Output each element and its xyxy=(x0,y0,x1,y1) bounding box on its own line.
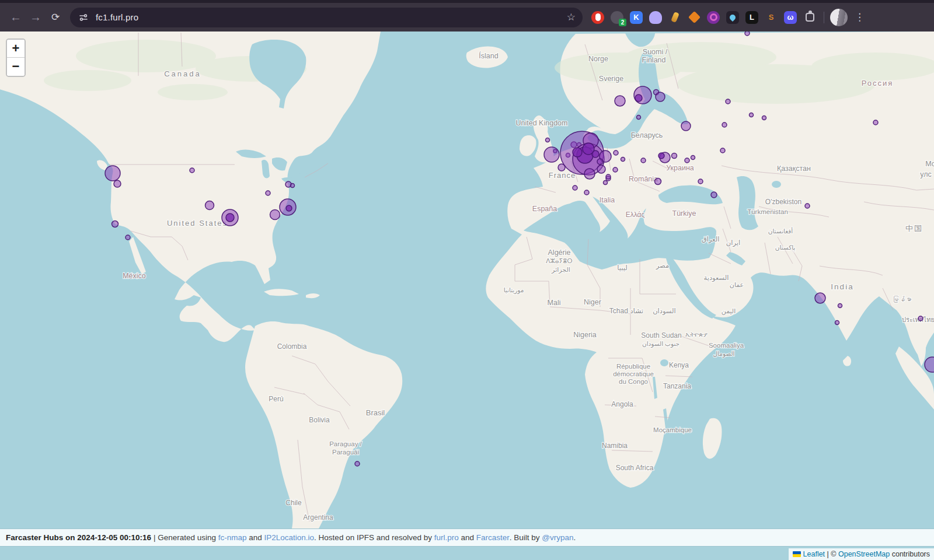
map-country-label: اليمن xyxy=(722,307,736,315)
hub-marker[interactable] xyxy=(544,147,559,162)
menu-kebab-icon[interactable]: ⋮ xyxy=(855,11,865,23)
metamask-fox-icon[interactable] xyxy=(687,10,701,24)
url-text[interactable]: fc1.furl.pro xyxy=(96,12,138,22)
leaflet-link[interactable]: Leaflet xyxy=(803,550,825,558)
hub-marker[interactable] xyxy=(205,201,214,210)
hub-marker[interactable] xyxy=(637,116,641,120)
hub-marker[interactable] xyxy=(126,235,130,240)
hub-marker[interactable] xyxy=(112,221,119,228)
address-bar[interactable]: fc1.furl.pro ☆ xyxy=(70,8,583,27)
hub-marker[interactable] xyxy=(114,180,121,187)
status-link-ip2location-io[interactable]: IP2Location.io xyxy=(264,533,315,542)
status-text: . xyxy=(574,533,576,542)
hub-marker[interactable] xyxy=(355,461,360,466)
map-country-label: Bolivia xyxy=(309,416,330,424)
map-country-label: Argentina xyxy=(303,513,333,522)
hub-marker[interactable] xyxy=(584,169,595,179)
forward-button[interactable]: → xyxy=(26,8,46,27)
map-country-label: Soomaaliya xyxy=(709,342,744,349)
hub-marker[interactable] xyxy=(641,158,646,163)
zoom-out-button[interactable]: − xyxy=(7,58,25,76)
hub-marker[interactable] xyxy=(656,92,665,102)
hub-marker[interactable] xyxy=(750,113,754,117)
map-country-label: ประเทศไทย xyxy=(902,316,934,323)
hub-marker[interactable] xyxy=(635,94,642,102)
solflare-icon[interactable]: S xyxy=(764,10,778,24)
back-button[interactable]: ← xyxy=(6,8,26,27)
map-country-label: Paraguái xyxy=(332,449,359,456)
sui-drop-icon[interactable] xyxy=(726,10,740,24)
lens-l-icon[interactable]: L xyxy=(745,10,759,24)
hub-marker[interactable] xyxy=(546,138,550,142)
hub-marker[interactable] xyxy=(762,116,766,120)
hub-marker[interactable] xyxy=(286,205,292,211)
reload-button[interactable]: ⟳ xyxy=(46,8,65,27)
status-title: Farcaster Hubs on 2024-12-05 00:10:16 xyxy=(6,533,151,542)
hub-marker[interactable] xyxy=(918,316,923,321)
hub-marker[interactable] xyxy=(573,186,577,190)
hub-marker[interactable] xyxy=(584,190,589,195)
hub-marker[interactable] xyxy=(190,168,194,173)
map-country-label: جنوب السودان xyxy=(642,340,679,348)
hub-marker[interactable] xyxy=(606,174,611,179)
hub-marker[interactable] xyxy=(291,184,295,188)
bookmark-star-icon[interactable]: ☆ xyxy=(567,11,576,23)
hub-marker[interactable] xyxy=(597,159,603,164)
map-country-label: العراق xyxy=(702,236,720,244)
status-link-fc-nmap[interactable]: fc-nmap xyxy=(218,533,247,542)
profile-avatar[interactable] xyxy=(830,9,848,26)
hub-marker[interactable] xyxy=(615,96,625,106)
hub-marker[interactable] xyxy=(270,210,280,220)
openstreetmap-link[interactable]: OpenStreetMap xyxy=(838,550,890,558)
hub-marker[interactable] xyxy=(597,165,605,173)
status-link-farcaster[interactable]: Farcaster xyxy=(476,533,510,542)
cat-wallet-icon[interactable]: ω xyxy=(783,10,797,24)
hub-marker[interactable] xyxy=(266,191,270,195)
hub-marker[interactable] xyxy=(105,166,120,181)
extensions-puzzle-icon[interactable] xyxy=(803,10,817,24)
hub-marker[interactable] xyxy=(573,148,582,157)
hub-marker[interactable] xyxy=(658,153,664,159)
hub-marker[interactable] xyxy=(691,156,695,160)
map-country-label: India xyxy=(831,282,853,291)
shield-badge-icon[interactable]: 2 xyxy=(610,10,624,24)
zoom-in-button[interactable]: + xyxy=(7,40,25,58)
phantom-ghost-icon[interactable] xyxy=(649,10,663,24)
map-country-label: O'zbekiston xyxy=(765,198,801,206)
status-link-furl-pro[interactable]: furl.pro xyxy=(434,533,459,542)
gold-tool-icon[interactable] xyxy=(668,10,682,24)
map-country-label: Türkmenistan xyxy=(747,208,788,215)
hub-marker[interactable] xyxy=(621,158,625,162)
site-settings-icon[interactable] xyxy=(77,11,90,24)
hub-marker[interactable] xyxy=(838,304,842,308)
hub-marker[interactable] xyxy=(722,123,727,127)
hub-marker[interactable] xyxy=(613,167,618,172)
map-canvas[interactable]: CanadaÍslandNorgeSuomi /FinlandSverigeРо… xyxy=(0,32,934,560)
hub-marker[interactable] xyxy=(672,153,677,159)
hub-marker[interactable] xyxy=(815,293,825,303)
hub-marker[interactable] xyxy=(726,99,730,104)
hub-marker[interactable] xyxy=(720,148,725,153)
map-country-label: Algérie xyxy=(548,249,571,257)
hub-marker[interactable] xyxy=(835,321,839,325)
rainbow-wallet-icon[interactable] xyxy=(706,10,720,24)
hub-marker[interactable] xyxy=(583,143,594,155)
world-map-svg[interactable]: CanadaÍslandNorgeSuomi /FinlandSverigeРо… xyxy=(0,32,934,560)
hub-marker[interactable] xyxy=(681,121,691,131)
map-country-label: Tanzania xyxy=(663,382,691,390)
hub-marker[interactable] xyxy=(685,158,689,163)
hub-marker[interactable] xyxy=(745,32,750,36)
adblock-icon[interactable] xyxy=(591,10,605,24)
hub-marker[interactable] xyxy=(655,178,661,185)
map-country-label: أفغانستان xyxy=(768,227,793,235)
hub-marker[interactable] xyxy=(604,181,608,185)
hub-marker[interactable] xyxy=(614,150,618,155)
hub-marker[interactable] xyxy=(711,192,717,198)
kagi-icon[interactable]: K xyxy=(629,10,643,24)
map-country-label: Finland xyxy=(642,56,666,64)
hub-marker[interactable] xyxy=(873,120,878,125)
hub-marker[interactable] xyxy=(698,179,703,184)
status-link--vrypan[interactable]: @vrypan xyxy=(542,533,573,542)
hub-marker[interactable] xyxy=(805,204,810,208)
hub-marker[interactable] xyxy=(226,214,234,222)
